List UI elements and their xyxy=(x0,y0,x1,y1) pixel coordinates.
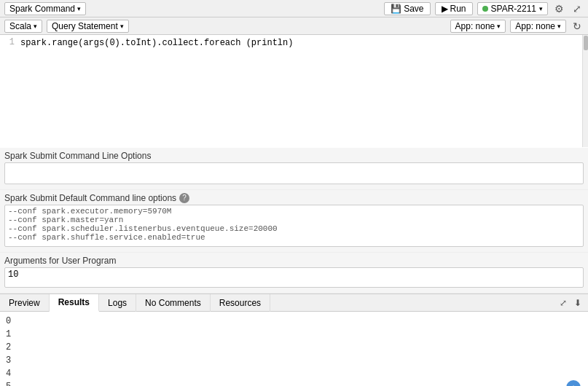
settings-icon: ⚙ xyxy=(554,3,564,15)
result-line-2: 2 xyxy=(6,341,582,354)
tab-logs[interactable]: Logs xyxy=(99,294,136,312)
status-chevron: ▾ xyxy=(539,5,543,12)
bottom-panel: Preview Results Logs No Comments Resourc… xyxy=(0,294,588,386)
spark-submit-label: Spark Submit Command Line Options xyxy=(4,151,584,161)
result-line-3: 3 xyxy=(6,354,582,367)
language-chevron: ▾ xyxy=(34,23,37,30)
run-icon: ▶ xyxy=(442,4,448,14)
tab-resources[interactable]: Resources xyxy=(211,294,270,312)
result-line-5: 5 xyxy=(6,380,582,386)
save-label: Save xyxy=(404,4,423,14)
expand-icon: ⤢ xyxy=(573,3,581,15)
tab-results[interactable]: Results xyxy=(50,294,99,312)
tab-no-comments[interactable]: No Comments xyxy=(136,294,211,312)
tab-download-button[interactable]: ⬇ xyxy=(572,297,584,309)
result-line-0: 0 xyxy=(6,315,582,328)
arguments-label: Arguments for User Program xyxy=(4,256,584,266)
tab-bar-tabs: Preview Results Logs No Comments Resourc… xyxy=(0,294,270,312)
results-area: 0 1 2 3 4 5 6 7 8 9 ↓ xyxy=(0,312,588,386)
top-bar: Spark Command ▾ 💾 Save ▶ Run SPAR-2211 ▾… xyxy=(0,0,588,17)
result-line-1: 1 xyxy=(6,328,582,341)
status-label: SPAR-2211 xyxy=(491,4,536,14)
tab-preview[interactable]: Preview xyxy=(0,294,50,312)
spark-submit-section: Spark Submit Command Line Options xyxy=(0,148,588,190)
result-line-4: 4 xyxy=(6,367,582,380)
app-none-chevron-1: ▾ xyxy=(497,23,501,30)
info-icon[interactable]: ? xyxy=(179,193,189,203)
settings-button[interactable]: ⚙ xyxy=(552,2,566,15)
language-dropdown[interactable]: Scala ▾ xyxy=(4,20,42,33)
tab-bar-icons: ⤢ ⬇ xyxy=(557,297,588,309)
language-label: Scala xyxy=(9,21,31,31)
run-button[interactable]: ▶ Run xyxy=(435,2,473,15)
tab-expand-button[interactable]: ⤢ xyxy=(557,297,569,309)
code-textarea[interactable]: spark.range(args(0).toInt).collect.forea… xyxy=(0,35,588,148)
spark-default-textarea[interactable]: --conf spark.executor.memory=5970M --con… xyxy=(4,205,584,247)
top-bar-right: 💾 Save ▶ Run SPAR-2211 ▾ ⚙ ⤢ xyxy=(384,2,584,15)
status-dot xyxy=(482,6,488,12)
refresh-icon: ↻ xyxy=(573,20,581,32)
code-editor: 1 spark.range(args(0).toInt).collect.for… xyxy=(0,35,588,148)
spark-command-chevron: ▾ xyxy=(77,5,81,12)
second-bar-right: App: none ▾ App: none ▾ ↻ xyxy=(450,20,584,33)
spark-command-label: Spark Command xyxy=(9,4,75,14)
code-scrollbar[interactable] xyxy=(582,35,588,147)
save-icon: 💾 xyxy=(391,4,401,14)
app-none-label-2: App: none xyxy=(515,21,555,31)
arguments-section: Arguments for User Program 10 xyxy=(0,253,588,294)
spark-default-section: Spark Submit Default Command line option… xyxy=(0,190,588,253)
query-statement-label: Query Statement xyxy=(52,21,118,31)
second-bar-left: Scala ▾ Query Statement ▾ xyxy=(4,20,129,33)
spark-command-dropdown[interactable]: Spark Command ▾ xyxy=(4,2,86,15)
code-scroll-thumb xyxy=(584,36,588,50)
query-chevron: ▾ xyxy=(120,23,124,30)
app-none-dropdown-2[interactable]: App: none ▾ xyxy=(510,20,566,33)
arguments-input[interactable]: 10 xyxy=(4,267,584,288)
app-none-label-1: App: none xyxy=(455,21,495,31)
top-bar-left: Spark Command ▾ xyxy=(4,2,86,15)
status-badge[interactable]: SPAR-2211 ▾ xyxy=(477,2,548,15)
run-label: Run xyxy=(450,4,466,14)
app-none-chevron-2: ▾ xyxy=(557,23,561,30)
spark-default-label: Spark Submit Default Command line option… xyxy=(4,193,584,203)
refresh-button[interactable]: ↻ xyxy=(571,20,584,33)
query-statement-dropdown[interactable]: Query Statement ▾ xyxy=(47,20,129,33)
save-button[interactable]: 💾 Save xyxy=(384,2,430,15)
spark-submit-input[interactable] xyxy=(4,162,584,184)
expand-button[interactable]: ⤢ xyxy=(571,2,584,15)
second-bar: Scala ▾ Query Statement ▾ App: none ▾ Ap… xyxy=(0,17,588,35)
tab-bar: Preview Results Logs No Comments Resourc… xyxy=(0,294,588,312)
app-none-dropdown-1[interactable]: App: none ▾ xyxy=(450,20,506,33)
